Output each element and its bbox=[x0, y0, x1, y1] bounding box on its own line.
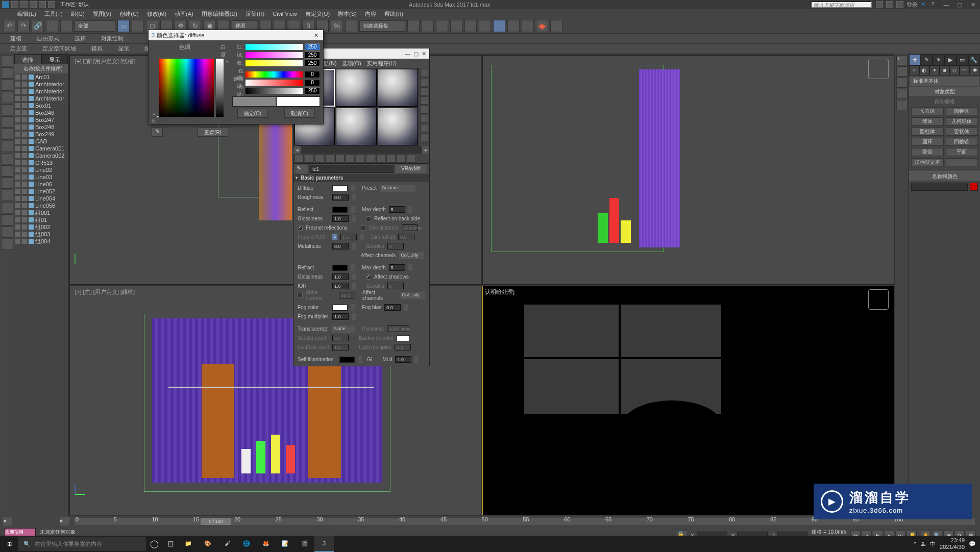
taskbar-app-explorer[interactable]: 📁 bbox=[179, 536, 198, 552]
menu-content[interactable]: 内容 bbox=[361, 9, 380, 18]
cmd-sub-systems[interactable]: ✱ bbox=[970, 65, 980, 76]
se-item[interactable]: Box246 bbox=[14, 109, 68, 116]
freeze-icon[interactable] bbox=[22, 96, 27, 101]
taskbar-app-firefox[interactable]: 🦊 bbox=[256, 536, 276, 552]
freeze-icon[interactable] bbox=[22, 74, 27, 80]
dd-transluc[interactable]: None bbox=[332, 325, 355, 333]
freeze-icon[interactable] bbox=[22, 110, 27, 115]
ribbon-tab-modeling[interactable]: 建模 bbox=[5, 35, 27, 42]
undo-button[interactable]: ↶ bbox=[3, 20, 15, 32]
chk-abbe[interactable] bbox=[298, 293, 303, 298]
me-side-tool[interactable] bbox=[420, 96, 428, 105]
freeze-icon[interactable] bbox=[22, 239, 27, 244]
me-side-tool[interactable] bbox=[420, 78, 428, 86]
se-tool[interactable] bbox=[1, 129, 13, 140]
create-primitive-button[interactable]: 圆柱体 bbox=[911, 128, 944, 136]
create-primitive-button[interactable]: 加强型文本 bbox=[911, 158, 944, 166]
viewcube[interactable] bbox=[868, 59, 889, 79]
taskbar-app-3dsmax[interactable]: 3 bbox=[314, 536, 334, 552]
render-frame-button[interactable] bbox=[522, 20, 534, 32]
align-button[interactable] bbox=[422, 20, 434, 32]
create-primitive-button[interactable]: 茶壶 bbox=[911, 148, 944, 156]
se-item[interactable]: ArchInterior bbox=[14, 81, 68, 88]
ribbon-tab-selection[interactable]: 选择 bbox=[69, 35, 91, 42]
me-mat-name-dd[interactable]: tc1 bbox=[309, 165, 394, 173]
create-primitive-button[interactable]: 管状体 bbox=[946, 128, 978, 136]
cp-reset-button[interactable]: 重置(R) bbox=[198, 128, 228, 137]
cmd-tab-create[interactable]: ✚ bbox=[909, 54, 921, 65]
cmd-quick-tool[interactable] bbox=[896, 100, 908, 110]
render-prod-button[interactable] bbox=[550, 20, 562, 32]
spin[interactable] bbox=[404, 304, 408, 311]
cmd-sub-cameras[interactable]: ■ bbox=[940, 65, 950, 76]
viewport-front[interactable] bbox=[482, 55, 894, 285]
me-tool[interactable] bbox=[325, 155, 334, 163]
spin[interactable] bbox=[408, 206, 412, 213]
me-side-tool[interactable] bbox=[420, 87, 428, 95]
se-item[interactable]: Arc01 bbox=[14, 73, 68, 81]
rollout-object-type[interactable]: 对象类型 bbox=[909, 87, 980, 96]
menu-render[interactable]: 渲染(R) bbox=[241, 9, 268, 18]
num-refmaxdepth[interactable]: 5 bbox=[389, 264, 405, 271]
freeze-icon[interactable] bbox=[22, 182, 27, 187]
spin[interactable] bbox=[352, 194, 356, 200]
se-tool[interactable] bbox=[1, 55, 13, 66]
freeze-icon[interactable] bbox=[22, 124, 27, 130]
se-item[interactable]: Camera001 bbox=[14, 145, 68, 152]
me-max-button[interactable]: ▢ bbox=[413, 51, 419, 57]
menu-create[interactable]: 创建(C) bbox=[115, 9, 142, 18]
bind-button[interactable] bbox=[60, 20, 72, 32]
freeze-icon[interactable] bbox=[22, 146, 27, 151]
se-tab-select[interactable]: 选择 bbox=[14, 54, 41, 64]
freeze-icon[interactable] bbox=[22, 167, 27, 172]
ribbon-tab-freeform[interactable]: 自由形式 bbox=[32, 35, 64, 42]
vp-label-persp[interactable]: 认明暗处理] bbox=[485, 288, 514, 296]
spin[interactable] bbox=[352, 313, 356, 320]
redo-qat-icon[interactable] bbox=[48, 1, 55, 8]
login-text[interactable]: 登录 bbox=[906, 1, 918, 9]
layer-button[interactable] bbox=[436, 20, 448, 32]
cp-b-input[interactable]: 250 bbox=[305, 60, 320, 67]
visibility-icon[interactable] bbox=[15, 139, 20, 144]
visibility-icon[interactable] bbox=[15, 74, 20, 80]
cp-r-slider[interactable] bbox=[246, 44, 303, 50]
visibility-icon[interactable] bbox=[15, 224, 20, 230]
visibility-icon[interactable] bbox=[15, 217, 20, 222]
create-primitive-button[interactable]: 长方体 bbox=[911, 107, 944, 115]
me-tool[interactable] bbox=[315, 155, 324, 163]
se-tool[interactable] bbox=[1, 178, 13, 189]
visibility-icon[interactable] bbox=[15, 153, 20, 158]
chk-dimdist[interactable] bbox=[361, 225, 366, 231]
cp-h-input[interactable]: 0 bbox=[305, 71, 320, 78]
se-item[interactable]: Line056 bbox=[14, 202, 68, 209]
dd-affectch[interactable]: Col…nly bbox=[399, 252, 424, 259]
se-item[interactable]: Line054 bbox=[14, 195, 68, 202]
taskbar-app-edge[interactable]: 🌐 bbox=[237, 536, 256, 552]
se-item[interactable]: Line03 bbox=[14, 173, 68, 181]
se-tool[interactable] bbox=[1, 67, 13, 79]
tl-btn[interactable]: ▸ bbox=[60, 517, 69, 525]
num-fogbias[interactable]: 0.0 bbox=[384, 304, 401, 311]
select-name-button[interactable] bbox=[132, 20, 144, 32]
num-refgloss[interactable]: 1.0 bbox=[332, 273, 349, 280]
menu-animation[interactable]: 动画(A) bbox=[170, 9, 198, 18]
map-diffuse[interactable] bbox=[351, 185, 355, 191]
named-selset-dd[interactable]: 创建选择集 bbox=[359, 20, 405, 32]
cp-eyedropper[interactable]: ✎ bbox=[152, 128, 163, 137]
viewport-persp[interactable]: 认明暗处理] bbox=[482, 286, 894, 515]
spin[interactable] bbox=[352, 273, 356, 280]
chk-affshadows[interactable] bbox=[366, 274, 371, 280]
visibility-icon[interactable] bbox=[15, 203, 20, 208]
create-primitive-button[interactable]: 圆环 bbox=[911, 138, 944, 146]
object-color-swatch[interactable] bbox=[970, 183, 978, 191]
freeze-icon[interactable] bbox=[22, 196, 27, 201]
taskbar-app[interactable]: 📝 bbox=[276, 536, 295, 552]
freeze-icon[interactable] bbox=[22, 103, 27, 108]
menu-customize[interactable]: 自定义(U) bbox=[301, 9, 334, 18]
cp-b-slider[interactable] bbox=[246, 60, 303, 66]
se-tool[interactable] bbox=[1, 214, 13, 225]
cp-value-bar[interactable] bbox=[216, 59, 224, 117]
cp-g-input[interactable]: 250 bbox=[305, 52, 320, 59]
menu-tools[interactable]: 工具(T) bbox=[40, 9, 67, 18]
se-header[interactable]: 名称(按升序排序) bbox=[14, 64, 68, 73]
